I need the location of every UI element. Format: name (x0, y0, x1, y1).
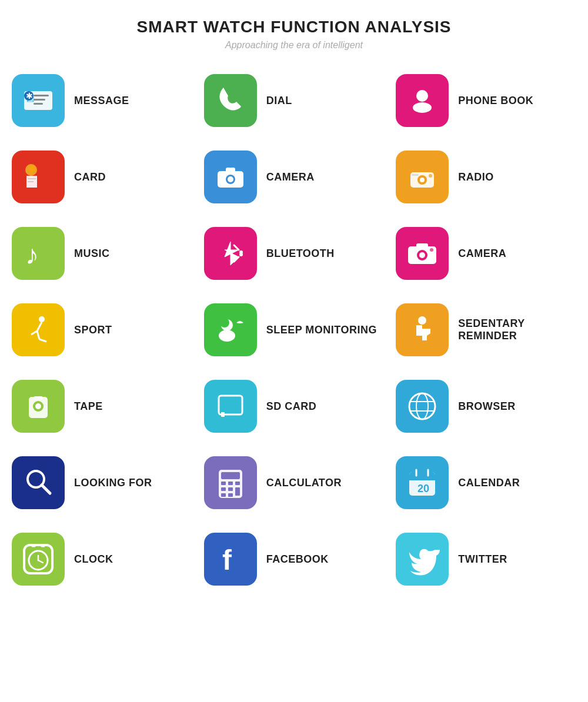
feature-label-browser: BROWSER (458, 400, 516, 413)
feature-label-sport: SPORT (74, 324, 112, 336)
feature-item-radio[interactable]: RADIO (396, 151, 576, 203)
icon-box-message: ✉ ✱ (12, 74, 65, 127)
svg-rect-56 (221, 487, 226, 491)
feature-label-phone-book: PHONE BOOK (458, 95, 533, 107)
svg-rect-60 (228, 493, 233, 497)
feature-label-facebook: FACEBOOK (266, 553, 329, 566)
svg-rect-52 (221, 472, 240, 479)
svg-line-33 (37, 331, 39, 339)
feature-item-calendar[interactable]: 20 CALENDAR (396, 456, 576, 509)
feature-label-sedentary: SEDENTARY REMINDER (458, 317, 576, 342)
icon-box-card (12, 151, 65, 203)
svg-rect-54 (228, 482, 233, 485)
svg-point-38 (418, 316, 426, 325)
feature-item-twitter[interactable]: TWITTER (396, 533, 576, 586)
icon-box-camera-pink (396, 227, 449, 280)
svg-text:♪: ♪ (25, 239, 39, 270)
feature-label-twitter: TWITTER (458, 553, 507, 566)
icon-box-bluetooth (204, 227, 257, 280)
icon-box-browser (396, 380, 449, 433)
svg-point-37 (219, 330, 235, 342)
page-title: SMART WATCH FUNCTION ANALYSIS (136, 18, 451, 36)
feature-label-dial: DIAL (266, 95, 292, 107)
svg-rect-63 (409, 478, 435, 480)
icon-box-facebook: f (204, 533, 257, 586)
svg-line-32 (31, 331, 37, 335)
feature-item-sedentary[interactable]: SEDENTARY REMINDER (396, 303, 576, 356)
icon-box-calendar: 20 (396, 456, 449, 509)
svg-rect-59 (221, 493, 226, 497)
svg-rect-57 (228, 487, 233, 491)
svg-point-24 (239, 253, 243, 256)
svg-point-30 (39, 316, 45, 322)
feature-label-tape: TAPE (74, 400, 103, 413)
svg-rect-58 (235, 487, 240, 496)
feature-item-message[interactable]: ✉ ✱ MESSAGE (12, 74, 192, 127)
feature-item-sdcard[interactable]: SD CARD (204, 380, 385, 433)
feature-label-calculator: CALCULATOR (266, 477, 342, 489)
svg-line-31 (37, 322, 42, 331)
feature-label-card: CARD (74, 171, 106, 183)
svg-rect-44 (221, 412, 225, 417)
svg-point-36 (220, 318, 229, 327)
feature-label-message: MESSAGE (74, 95, 129, 107)
feature-item-tape[interactable]: TAPE (12, 380, 192, 433)
feature-item-card[interactable]: CARD (12, 151, 192, 203)
svg-rect-55 (235, 482, 240, 485)
icon-box-sdcard (204, 380, 257, 433)
icon-box-twitter (396, 533, 449, 586)
svg-rect-21 (412, 174, 419, 176)
feature-item-phone-book[interactable]: PHONE BOOK (396, 74, 576, 127)
feature-item-facebook[interactable]: f FACEBOOK (204, 533, 385, 586)
icon-box-sport (12, 303, 65, 356)
icon-box-sedentary (396, 303, 449, 356)
feature-item-camera-blue[interactable]: CAMERA (204, 151, 385, 203)
feature-label-sleep: SLEEP MONITORING (266, 324, 377, 336)
svg-point-19 (420, 178, 425, 182)
feature-item-bluetooth[interactable]: BLUETOOTH (204, 227, 385, 280)
svg-rect-6 (34, 103, 43, 105)
feature-item-sleep[interactable]: SLEEP MONITORING (204, 303, 385, 356)
feature-item-looking-for[interactable]: LOOKING FOR (12, 456, 192, 509)
feature-label-clock: CLOCK (74, 553, 113, 566)
icon-box-calculator (204, 456, 257, 509)
feature-label-bluetooth: BLUETOOTH (266, 248, 335, 260)
svg-rect-53 (221, 482, 226, 485)
svg-line-70 (38, 560, 43, 563)
svg-rect-43 (219, 396, 242, 414)
svg-rect-28 (416, 243, 428, 248)
icon-box-camera-blue (204, 151, 257, 203)
feature-item-browser[interactable]: BROWSER (396, 380, 576, 433)
svg-line-34 (39, 339, 46, 342)
svg-rect-16 (226, 168, 235, 172)
feature-item-calculator[interactable]: CALCULATOR (204, 456, 385, 509)
feature-label-calendar: CALENDAR (458, 477, 520, 489)
svg-point-29 (430, 248, 433, 252)
icon-box-clock (12, 533, 65, 586)
svg-rect-10 (28, 178, 36, 179)
svg-text:20: 20 (417, 483, 429, 494)
svg-point-15 (228, 176, 233, 182)
icon-box-radio (396, 151, 449, 203)
svg-line-50 (42, 485, 50, 493)
feature-item-clock[interactable]: CLOCK (12, 533, 192, 586)
icon-box-sleep (204, 303, 257, 356)
svg-rect-5 (34, 99, 45, 101)
svg-rect-4 (34, 95, 49, 96)
svg-text:✱: ✱ (26, 91, 33, 101)
svg-rect-11 (28, 181, 34, 182)
icon-box-tape (12, 380, 65, 433)
feature-label-radio: RADIO (458, 171, 494, 183)
feature-label-looking-for: LOOKING FOR (74, 477, 152, 489)
feature-item-camera-pink[interactable]: CAMERA (396, 227, 576, 280)
icon-box-looking-for (12, 456, 65, 509)
svg-point-7 (416, 90, 428, 102)
feature-item-dial[interactable]: DIAL (204, 74, 385, 127)
feature-item-sport[interactable]: SPORT (12, 303, 192, 356)
feature-grid: ✉ ✱ MESSAGE DIAL PHONE BOOK CARD CAMERA (12, 74, 576, 586)
feature-item-music[interactable]: ♪ MUSIC (12, 227, 192, 280)
page-subtitle: Approaching the era of intelligent (225, 40, 363, 51)
svg-point-41 (35, 403, 41, 409)
svg-point-20 (429, 174, 432, 178)
feature-label-music: MUSIC (74, 248, 110, 260)
